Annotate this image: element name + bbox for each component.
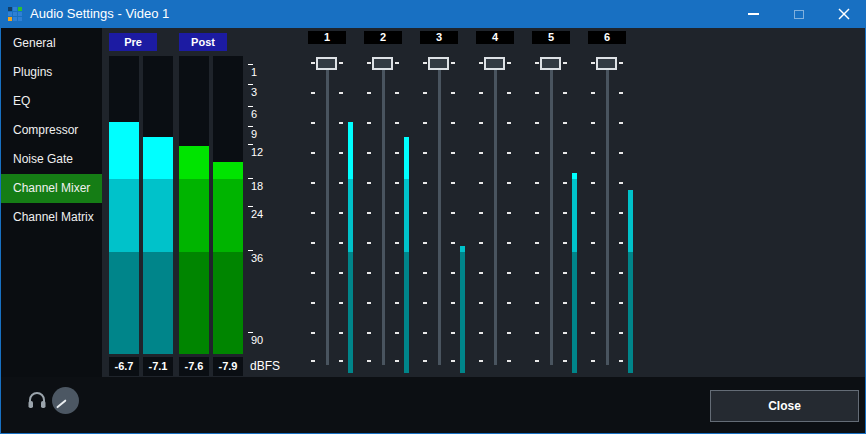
level-meter-column	[109, 56, 139, 354]
slider-tick	[591, 152, 595, 154]
slider-tick	[451, 302, 455, 304]
slider-tick	[423, 242, 427, 244]
scale-tick	[248, 64, 253, 65]
slider-tick	[311, 62, 315, 64]
slider-tick	[563, 182, 567, 184]
slider-tick	[339, 272, 343, 274]
slider-tick	[479, 242, 483, 244]
volume-slider-handle[interactable]	[316, 57, 337, 70]
slider-tick	[311, 302, 315, 304]
slider-tick	[451, 212, 455, 214]
slider-tick	[367, 302, 371, 304]
slider-tick	[507, 122, 511, 124]
sidebar-item-eq[interactable]: EQ	[1, 87, 102, 116]
volume-slider-track[interactable]	[438, 58, 441, 365]
close-window-button[interactable]	[821, 0, 866, 28]
slider-tick	[311, 92, 315, 94]
slider-tick	[507, 92, 511, 94]
slider-tick	[395, 92, 399, 94]
slider-tick	[563, 122, 567, 124]
volume-slider-track[interactable]	[382, 58, 385, 365]
slider-tick	[311, 242, 315, 244]
slider-tick	[451, 92, 455, 94]
slider-tick	[619, 212, 623, 214]
scale-tick	[248, 178, 253, 179]
slider-tick	[423, 302, 427, 304]
db-scale-mark: 6	[248, 106, 272, 122]
slider-tick	[339, 152, 343, 154]
scale-tick	[248, 332, 253, 333]
volume-slider-handle[interactable]	[372, 57, 393, 70]
maximize-icon	[794, 10, 804, 19]
sidebar-item-general[interactable]: General	[1, 29, 102, 58]
volume-slider-handle[interactable]	[428, 57, 449, 70]
db-scale-mark: 1	[248, 64, 272, 80]
volume-slider-track[interactable]	[550, 58, 553, 365]
slider-tick	[619, 332, 623, 334]
slider-tick	[535, 272, 539, 274]
scale-tick	[248, 106, 253, 107]
slider-tick	[423, 122, 427, 124]
slider-tick	[367, 242, 371, 244]
volume-slider-handle[interactable]	[596, 57, 617, 70]
slider-tick	[367, 182, 371, 184]
slider-tick	[507, 272, 511, 274]
slider-tick	[535, 182, 539, 184]
slider-tick	[591, 212, 595, 214]
slider-tick	[423, 360, 427, 362]
sidebar-item-channel-mixer[interactable]: Channel Mixer	[1, 174, 102, 203]
scale-label: 9	[251, 128, 257, 140]
slider-tick	[339, 182, 343, 184]
scale-label: 90	[251, 334, 263, 346]
slider-tick	[479, 212, 483, 214]
slider-tick	[311, 360, 315, 362]
slider-tick	[479, 92, 483, 94]
slider-tick	[619, 152, 623, 154]
db-scale-mark: 12	[248, 144, 272, 160]
slider-tick	[507, 182, 511, 184]
volume-slider-handle[interactable]	[484, 57, 505, 70]
slider-tick	[451, 360, 455, 362]
slider-tick	[507, 302, 511, 304]
meter-reading: -6.7	[109, 357, 139, 376]
volume-slider-track[interactable]	[606, 58, 609, 365]
sidebar-item-noise-gate[interactable]: Noise Gate	[1, 145, 102, 174]
close-button[interactable]: Close	[710, 390, 859, 422]
channel-level-meter	[572, 58, 577, 373]
slider-tick	[311, 182, 315, 184]
slider-tick	[479, 332, 483, 334]
meter-group-header: Pre	[109, 33, 157, 51]
slider-tick	[563, 302, 567, 304]
volume-slider-handle[interactable]	[540, 57, 561, 70]
sidebar: GeneralPluginsEQCompressorNoise GateChan…	[1, 28, 102, 377]
channel-level-meter	[628, 58, 633, 373]
scale-label: 24	[251, 208, 263, 220]
slider-tick	[395, 332, 399, 334]
sidebar-item-channel-matrix[interactable]: Channel Matrix	[1, 203, 102, 232]
slider-tick	[479, 62, 483, 64]
slider-tick	[535, 212, 539, 214]
slider-tick	[563, 242, 567, 244]
slider-tick	[507, 360, 511, 362]
slider-tick	[563, 332, 567, 334]
slider-tick	[451, 272, 455, 274]
volume-slider-track[interactable]	[326, 58, 329, 365]
minimize-button[interactable]	[731, 0, 776, 28]
channel-number: 6	[588, 31, 626, 44]
slider-tick	[423, 92, 427, 94]
slider-tick	[591, 182, 595, 184]
titlebar[interactable]: Audio Settings - Video 1	[0, 0, 866, 28]
window-title: Audio Settings - Video 1	[30, 0, 169, 28]
slider-tick	[619, 92, 623, 94]
slider-tick	[479, 122, 483, 124]
monitor-volume-knob[interactable]	[52, 387, 79, 414]
meter-reading: -7.6	[179, 357, 209, 376]
channel-strip-5: 5	[523, 28, 579, 377]
headphones-icon[interactable]	[27, 390, 47, 410]
slider-tick	[479, 182, 483, 184]
sidebar-item-compressor[interactable]: Compressor	[1, 116, 102, 145]
volume-slider-track[interactable]	[494, 58, 497, 365]
slider-tick	[619, 62, 623, 64]
slider-tick	[479, 152, 483, 154]
sidebar-item-plugins[interactable]: Plugins	[1, 58, 102, 87]
